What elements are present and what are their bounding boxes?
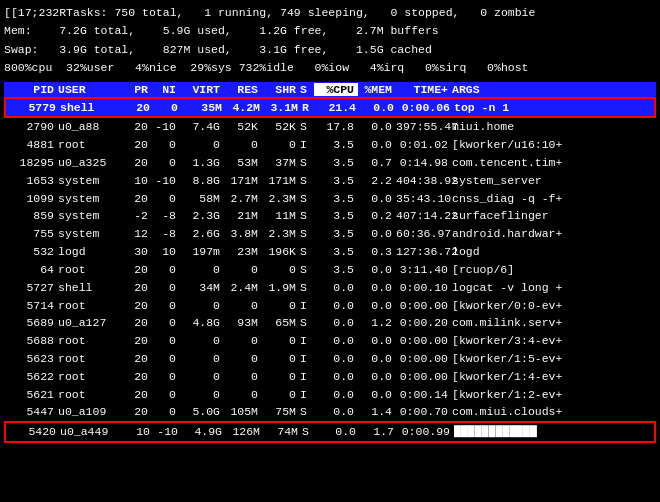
cell-pid: 532 — [6, 243, 58, 261]
cell-user: system — [58, 172, 126, 190]
cell-res: 52K — [224, 118, 262, 136]
cell-pid: 18295 — [6, 154, 58, 172]
cell-shr: 196K — [262, 243, 300, 261]
cell-ni: 0 — [154, 99, 182, 117]
cell-time+: 0:00.00 — [396, 297, 452, 315]
cell-ni: 10 — [152, 243, 180, 261]
cell-time+: 0:00.06 — [398, 99, 454, 117]
cell-pid: 5447 — [6, 403, 58, 421]
cell-s: S — [300, 225, 314, 243]
table-row: 4881root200000I3.50.00:01.02[kworker/u16… — [4, 136, 656, 154]
cell-mem: 0.0 — [358, 279, 396, 297]
cell-user: root — [58, 350, 126, 368]
cell-res: 0 — [224, 297, 262, 315]
cell-shr: 2.3M — [262, 225, 300, 243]
table-row: 5688root200000I0.00.00:00.00[kworker/3:4… — [4, 332, 656, 350]
cell-cpu: 3.5 — [314, 261, 358, 279]
cell-s: R — [302, 99, 316, 117]
cell-s: S — [300, 243, 314, 261]
table-row: 5689u0_a1272004.8G93M65MS0.01.20:00.20co… — [4, 314, 656, 332]
cell-shr: 2.3M — [262, 190, 300, 208]
cell-args: [rcuop/6] — [452, 261, 654, 279]
cell-virt: 0 — [180, 368, 224, 386]
cell-pr: 20 — [126, 332, 152, 350]
table-row: 755system12-82.6G3.8M2.3MS3.50.060:36.97… — [4, 225, 656, 243]
cell-res: 126M — [226, 423, 264, 441]
cell-s: S — [300, 261, 314, 279]
cell-ni: -10 — [154, 423, 182, 441]
cell-virt: 0 — [180, 261, 224, 279]
terminal: [[17;232RTasks: 750 total, 1 running, 74… — [0, 0, 660, 445]
cell-args: logcat -v long + — [452, 279, 654, 297]
cell-pr: 10 — [128, 423, 154, 441]
cell-s: I — [300, 368, 314, 386]
cell-ni: 0 — [152, 154, 180, 172]
cell-res: 93M — [224, 314, 262, 332]
cell-res: 0 — [224, 386, 262, 404]
header-cell-cpu: %CPU — [314, 83, 358, 96]
cell-user: u0_a127 — [58, 314, 126, 332]
cell-pr: 20 — [126, 154, 152, 172]
cell-pr: 30 — [126, 243, 152, 261]
cell-cpu: 0.0 — [314, 350, 358, 368]
cell-virt: 0 — [180, 386, 224, 404]
table-row: 859system-2-82.3G21M11MS3.50.2407:14.22s… — [4, 207, 656, 225]
cell-mem: 0.7 — [358, 154, 396, 172]
cell-res: 2.4M — [224, 279, 262, 297]
cell-pr: 20 — [126, 190, 152, 208]
cell-user: root — [58, 368, 126, 386]
cell-mem: 1.7 — [360, 423, 398, 441]
cell-mem: 0.0 — [358, 386, 396, 404]
cell-res: 0 — [224, 368, 262, 386]
cell-virt: 34M — [180, 279, 224, 297]
cell-mem: 0.0 — [358, 136, 396, 154]
cell-s: S — [300, 314, 314, 332]
stats-line: Mem: 7.2G total, 5.9G used, 1.2G free, 2… — [4, 22, 656, 40]
cell-res: 0 — [224, 350, 262, 368]
header-cell-pid: PID — [6, 83, 58, 96]
cell-mem: 0.0 — [360, 99, 398, 117]
cell-virt: 0 — [180, 297, 224, 315]
cell-cpu: 0.0 — [314, 297, 358, 315]
process-table: PIDUSERPRNIVIRTRESSHRS%CPU%MEMTIME+ARGS5… — [4, 82, 656, 443]
cell-mem: 0.0 — [358, 368, 396, 386]
cell-shr: 1.9M — [262, 279, 300, 297]
cell-mem: 1.2 — [358, 314, 396, 332]
cell-s: S — [300, 172, 314, 190]
header-cell-res: RES — [224, 83, 262, 96]
cell-mem: 2.2 — [358, 172, 396, 190]
cell-args: [kworker/1:4-ev+ — [452, 368, 654, 386]
cell-user: u0_a109 — [58, 403, 126, 421]
cell-ni: -10 — [152, 172, 180, 190]
table-row: 1653system10-108.8G171M171MS3.52.2404:38… — [4, 172, 656, 190]
cell-cpu: 3.5 — [314, 172, 358, 190]
cell-time+: 407:14.22 — [396, 207, 452, 225]
table-row: 18295u0_a3252001.3G53M37MS3.50.70:14.98c… — [4, 154, 656, 172]
cell-args: [kworker/1:2-ev+ — [452, 386, 654, 404]
cell-cpu: 3.5 — [314, 225, 358, 243]
header-cell-time+: TIME+ — [396, 83, 452, 96]
cell-s: S — [300, 403, 314, 421]
table-row: 5714root200000I0.00.00:00.00[kworker/0:0… — [4, 297, 656, 315]
cell-user: root — [58, 386, 126, 404]
cell-res: 3.8M — [224, 225, 262, 243]
cell-pr: 20 — [126, 136, 152, 154]
stats-line: Swap: 3.9G total, 827M used, 3.1G free, … — [4, 41, 656, 59]
cell-virt: 1.3G — [180, 154, 224, 172]
cell-res: 21M — [224, 207, 262, 225]
cell-pr: 20 — [126, 118, 152, 136]
cell-shr: 65M — [262, 314, 300, 332]
cell-pid: 1653 — [6, 172, 58, 190]
header-cell-ni: NI — [152, 83, 180, 96]
cell-virt: 2.6G — [180, 225, 224, 243]
cell-pid: 2790 — [6, 118, 58, 136]
cell-shr: 0 — [262, 136, 300, 154]
cell-user: system — [58, 207, 126, 225]
cell-pid: 5714 — [6, 297, 58, 315]
cell-s: S — [300, 118, 314, 136]
cell-s: S — [300, 279, 314, 297]
cell-time+: 127:36.72 — [396, 243, 452, 261]
cell-shr: 0 — [262, 350, 300, 368]
table-row: 532logd3010197m23M196KS3.50.3127:36.72lo… — [4, 243, 656, 261]
cell-pid: 1099 — [6, 190, 58, 208]
